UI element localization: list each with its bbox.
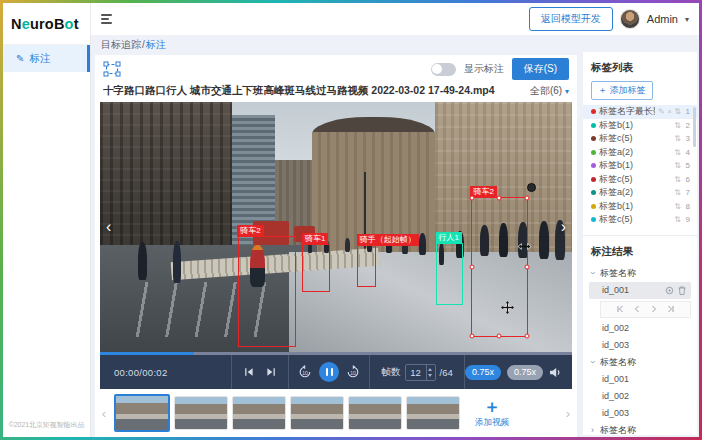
pager-next-icon[interactable] (650, 305, 658, 313)
visibility-icon[interactable] (665, 286, 674, 295)
speed-pill[interactable]: 0.75x (507, 365, 543, 380)
pause-button[interactable] (319, 362, 339, 382)
result-item[interactable]: id_002 (589, 388, 691, 405)
resize-handle[interactable] (524, 265, 529, 270)
save-button[interactable]: 保存(S) (512, 58, 569, 80)
resize-handle[interactable] (524, 196, 529, 201)
chevron-right-icon: › (589, 425, 596, 435)
label-name: 标签a(2) (599, 146, 671, 159)
annotation-box[interactable]: 骑手（起始帧） (357, 245, 376, 287)
label-name: 标签c(5) (599, 132, 671, 145)
breadcrumb-parent[interactable]: 目标追踪 (101, 38, 141, 52)
menu-fold-icon[interactable] (101, 14, 112, 24)
label-item[interactable]: 标签b(1)⇅5 (583, 159, 697, 173)
frame-stepper[interactable] (426, 365, 435, 380)
annotation-box[interactable]: 骑车1 (302, 244, 330, 292)
label-order: 1 (684, 107, 690, 116)
video-controls: 00:00/00:02 10 10 帧数 12 (100, 352, 572, 389)
sort-icon[interactable]: ⇅ (674, 215, 681, 224)
sort-icon[interactable]: ⇅ (674, 107, 681, 116)
bounding-box-tool-icon[interactable] (103, 61, 121, 77)
video-thumbnail[interactable] (348, 396, 402, 430)
thumbs-prev-icon[interactable]: ‹ (98, 406, 110, 421)
label-item[interactable]: 标签名字最长数...✎×⇅1 (583, 105, 697, 119)
video-thumbnail[interactable] (290, 396, 344, 430)
video-thumbnail[interactable] (406, 396, 460, 430)
skip-to-start-icon[interactable] (244, 367, 254, 377)
label-name: 标签名字最长数... (599, 105, 655, 118)
add-video-button[interactable]: ＋ 添加视频 (464, 392, 520, 434)
seek-bar[interactable] (100, 352, 572, 355)
breadcrumb-current: 标注 (146, 38, 166, 52)
user-name[interactable]: Admin (647, 13, 678, 25)
annotation-box[interactable]: 骑车2 (471, 197, 528, 337)
annotation-box[interactable]: 骑车2 (238, 236, 296, 347)
frame-number-value[interactable]: 12 (406, 365, 426, 380)
result-item[interactable]: id_003 (589, 337, 691, 354)
seek-bar-fill (100, 352, 194, 355)
annotation-box[interactable]: 行人1 (436, 243, 463, 305)
result-group-header[interactable]: ›标签名称 (589, 265, 691, 282)
label-item[interactable]: 标签c(5)⇅9 (583, 213, 697, 227)
video-thumbnail[interactable] (174, 396, 228, 430)
pager-last-icon[interactable] (667, 305, 675, 313)
label-item[interactable]: 标签c(5)⇅3 (583, 132, 697, 146)
result-group-header[interactable]: ›标签名称 (589, 354, 691, 371)
pager-first-icon[interactable] (616, 305, 624, 313)
add-label-button[interactable]: ＋ 添加标签 (591, 81, 653, 100)
speed-pill[interactable]: 0.75x (465, 365, 501, 380)
forward-10-icon[interactable]: 10 (346, 365, 360, 379)
result-id: id_001 (602, 285, 629, 295)
label-item[interactable]: 标签c(5)⇅6 (583, 173, 697, 187)
video-stage[interactable]: 骑车2骑车1骑手（起始帧）行人1骑车2 ‹ › (100, 102, 572, 352)
show-annotations-toggle[interactable] (431, 63, 456, 76)
breadcrumb: 目标追踪 / 标注 (91, 35, 577, 54)
skip-to-end-icon[interactable] (266, 367, 276, 377)
trash-icon[interactable] (678, 286, 686, 295)
result-item[interactable]: id_001 (589, 371, 691, 388)
edit-icon[interactable]: ✎ (658, 107, 665, 116)
sort-icon[interactable]: ⇅ (674, 161, 681, 170)
resize-handle[interactable] (497, 196, 502, 201)
filter-dropdown[interactable]: 全部(6) ▾ (530, 84, 569, 98)
next-video-arrow-icon[interactable]: › (561, 219, 566, 235)
label-item[interactable]: 标签b(1)⇅8 (583, 200, 697, 214)
result-id: id_002 (602, 323, 629, 333)
back-to-model-dev-button[interactable]: 返回模型开发 (529, 7, 613, 31)
delete-icon[interactable]: × (667, 107, 672, 116)
frame-pager (600, 301, 691, 318)
sidebar: NeuroBot ✎ 标注 ©2021北京矩视智能出品 (3, 3, 91, 437)
result-item[interactable]: id_002 (589, 320, 691, 337)
label-item[interactable]: 标签b(1)⇅2 (583, 119, 697, 133)
sidebar-item-annotate[interactable]: ✎ 标注 (3, 45, 90, 72)
sort-icon[interactable]: ⇅ (674, 134, 681, 143)
resize-handle[interactable] (524, 334, 529, 339)
video-thumbnail[interactable] (114, 394, 170, 432)
stepper-up-icon[interactable] (427, 365, 435, 373)
sort-icon[interactable]: ⇅ (674, 121, 681, 130)
volume-icon[interactable] (549, 367, 562, 378)
result-item[interactable]: id_003 (589, 405, 691, 422)
filter-value: 全部(6) (530, 85, 562, 96)
video-thumbnail[interactable] (232, 396, 286, 430)
label-item[interactable]: 标签a(2)⇅4 (583, 146, 697, 160)
result-item[interactable]: id_001 (589, 282, 691, 299)
label-item[interactable]: 标签a(2)⇅7 (583, 186, 697, 200)
pager-prev-icon[interactable] (633, 305, 641, 313)
sort-icon[interactable]: ⇅ (674, 188, 681, 197)
resize-handle[interactable] (497, 334, 502, 339)
avatar[interactable] (620, 9, 640, 29)
stepper-down-icon[interactable] (427, 372, 435, 380)
frame-number-input[interactable]: 12 (405, 364, 436, 381)
sort-icon[interactable]: ⇅ (674, 148, 681, 157)
sort-icon[interactable]: ⇅ (674, 175, 681, 184)
resize-handle[interactable] (469, 196, 474, 201)
thumbs-next-icon[interactable]: › (562, 406, 574, 421)
rewind-10-icon[interactable]: 10 (298, 365, 312, 379)
scrollbar[interactable] (693, 107, 696, 147)
result-group-header[interactable]: ›标签名称 (589, 422, 691, 436)
resize-handle[interactable] (469, 265, 474, 270)
sort-icon[interactable]: ⇅ (674, 202, 681, 211)
resize-handle[interactable] (469, 334, 474, 339)
prev-video-arrow-icon[interactable]: ‹ (106, 219, 111, 235)
